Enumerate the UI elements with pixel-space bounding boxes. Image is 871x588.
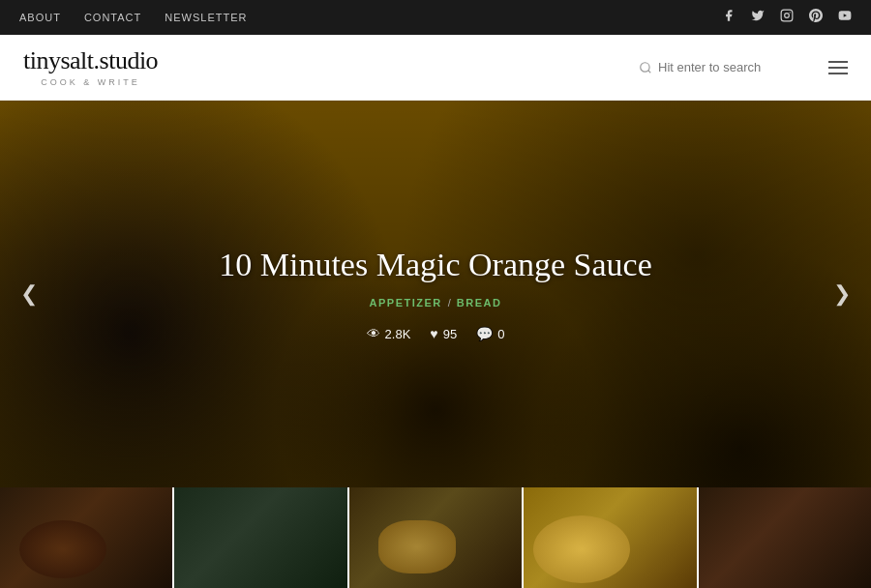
site-header: tinysalt.studio COOK & WRITE [0,35,871,101]
hero-category-appetizer[interactable]: APPETIZER [370,297,442,309]
thumbnail-item-1[interactable] [0,487,172,588]
svg-line-5 [648,70,651,73]
hamburger-menu-button[interactable] [828,61,848,74]
thumbnail-strip [0,487,871,588]
search-input[interactable] [658,60,813,74]
youtube-icon[interactable] [838,9,852,26]
nav-link-newsletter[interactable]: NEWSLETTER [165,12,247,23]
search-bar[interactable] [639,60,813,74]
site-logo[interactable]: tinysalt.studio COOK & WRITE [23,47,158,87]
pinterest-icon[interactable] [809,9,823,26]
top-navigation: ABOUT CONTACT NEWSLETTER [0,0,871,35]
twitter-icon[interactable] [751,9,765,26]
nav-link-contact[interactable]: CONTACT [84,12,141,23]
hero-category-separator: / [448,297,451,309]
comments-icon: 💬 [476,326,493,341]
thumbnail-item-3[interactable] [347,487,522,588]
svg-point-1 [785,14,790,18]
instagram-icon[interactable] [780,9,794,26]
hero-next-button[interactable]: ❯ [825,277,859,311]
hero-category-bread[interactable]: BREAD [457,297,502,309]
likes-count: 95 [443,327,457,341]
hero-title[interactable]: 10 Minutes Magic Orange Sauce [58,247,813,283]
hero-stats: 👁 2.8K ♥ 95 💬 0 [58,326,813,341]
hero-prev-button[interactable]: ❮ [12,277,46,311]
header-right [639,60,848,74]
hero-comments: 💬 0 [476,326,504,341]
search-icon [639,61,652,74]
svg-point-4 [641,62,649,71]
hero-views: 👁 2.8K [367,326,411,341]
logo-subtitle: COOK & WRITE [23,77,158,87]
facebook-icon[interactable] [722,9,736,26]
nav-link-about[interactable]: ABOUT [19,12,61,23]
social-icons-group [722,9,852,26]
thumbnail-item-5[interactable] [697,487,871,588]
likes-icon: ♥ [430,326,437,341]
hero-slider: ❮ ❯ 10 Minutes Magic Orange Sauce APPETI… [0,101,871,487]
thumbnail-item-4[interactable] [522,487,696,588]
hero-likes: ♥ 95 [430,326,457,341]
thumbnail-item-2[interactable] [172,487,346,588]
views-count: 2.8K [385,327,411,341]
comments-count: 0 [497,327,504,341]
svg-rect-0 [781,10,793,21]
views-icon: 👁 [367,326,380,341]
hero-categories: APPETIZER / BREAD [58,297,813,309]
nav-links: ABOUT CONTACT NEWSLETTER [19,12,247,23]
logo-title: tinysalt.studio [23,47,158,75]
svg-point-2 [790,12,791,13]
hero-content: 10 Minutes Magic Orange Sauce APPETIZER … [0,247,871,341]
